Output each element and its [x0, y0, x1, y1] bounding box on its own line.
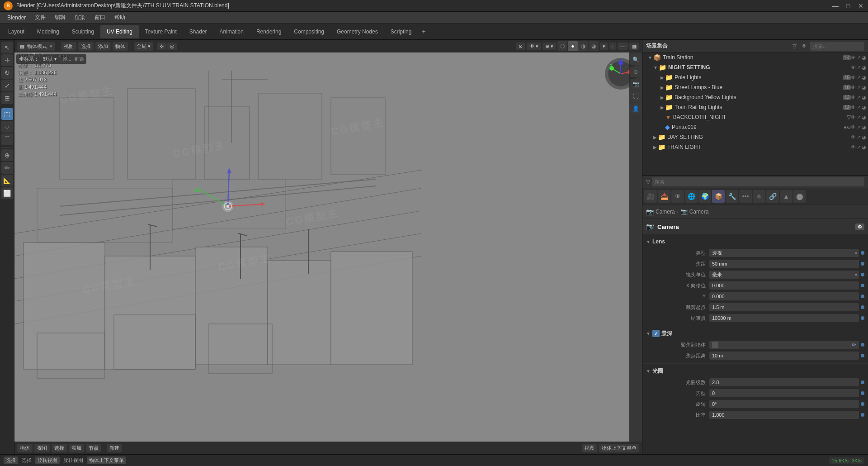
prop-icon-constraints[interactable]: 🔗	[766, 190, 779, 203]
clip-end-dot[interactable]	[861, 316, 864, 320]
tab-sculpting[interactable]: Sculpting	[66, 25, 100, 38]
clip-start-dot[interactable]	[861, 305, 864, 309]
shift-y-value[interactable]: 0.000	[709, 292, 859, 300]
gizmo-toggle[interactable]: ⊕ ▾	[542, 43, 556, 50]
render-icon-ns[interactable]: ◕	[862, 65, 866, 71]
render-icon-bg[interactable]: ◕	[862, 95, 866, 100]
footer-view2[interactable]: 视图	[582, 444, 597, 452]
material-mode[interactable]: ◑	[578, 41, 588, 51]
zoom-out-btn[interactable]: ⊖	[630, 67, 641, 77]
prop-icon-world[interactable]: 🌍	[698, 190, 711, 203]
outliner-item-bg-yellow[interactable]: ▶ 📁 Background Yellow Lights 13 👁 ↗ ◕	[642, 92, 868, 102]
menu-file[interactable]: 文件	[31, 13, 49, 22]
type-dot[interactable]	[861, 251, 864, 255]
wireframe-mode[interactable]: ⬡	[557, 41, 567, 51]
tab-geometry-nodes[interactable]: Geometry Nodes	[330, 25, 384, 38]
focus-obj-picker-icon[interactable]: ✏	[852, 342, 856, 348]
dof-section-header[interactable]: ▼ ✓ 景深	[646, 328, 864, 339]
render-icon[interactable]: ◕	[862, 55, 866, 61]
render-icon-ds[interactable]: ◕	[862, 134, 866, 140]
eye-icon-tr[interactable]: 👁	[851, 105, 856, 110]
select-mode-vert[interactable]: ·	[609, 43, 616, 50]
focus-obj-value[interactable]: ✏	[709, 341, 859, 349]
tab-modeling[interactable]: Modeling	[31, 25, 66, 38]
render-icon-sl[interactable]: ◕	[862, 85, 866, 90]
focus-dist-value[interactable]: 10 m	[709, 352, 859, 360]
tool-lasso-select[interactable]: ⌒	[1, 133, 13, 145]
shading-options[interactable]: ▾	[600, 43, 608, 50]
overlay-toggle[interactable]: 👁 ▾	[527, 43, 541, 50]
focus-dist-dot[interactable]	[861, 354, 864, 357]
outliner-item-night-setting[interactable]: ▼ 📁 NIGHT SETTING 👁 ↗ ◕	[642, 62, 868, 72]
focal-value[interactable]: 50 mm	[709, 260, 859, 268]
eye-icon-pl[interactable]: 👁	[851, 75, 856, 81]
rotation-value[interactable]: 0°	[709, 400, 859, 408]
tab-uv-editing[interactable]: UV Editing	[100, 25, 139, 38]
tab-layout[interactable]: Layout	[2, 25, 31, 38]
tool-cursor[interactable]: ↖	[1, 42, 13, 53]
menu-help[interactable]: 帮助	[111, 13, 129, 22]
prop-icon-material[interactable]: ⬤	[793, 190, 806, 203]
tree-arrow-street[interactable]: ▶	[660, 85, 664, 90]
footer-view[interactable]: 视图	[34, 444, 50, 452]
eye-icon-ns[interactable]: 👁	[851, 65, 856, 71]
menu-render[interactable]: 渲染	[71, 13, 89, 22]
fullscreen-btn[interactable]: ⛶	[630, 91, 641, 102]
tool-add-cube[interactable]: ⬜	[1, 187, 13, 199]
render-icon-bc[interactable]: ◕	[862, 114, 866, 120]
select-icon-pl[interactable]: ↗	[857, 75, 861, 81]
tree-arrow-bg[interactable]: ▶	[660, 95, 664, 100]
coord-dropdown[interactable]: 默认 ▾	[41, 55, 59, 63]
tab-texture-paint[interactable]: Texture Paint	[139, 25, 183, 38]
outliner-item-punto[interactable]: ▶ ◆ Punto.019 ● ⊙ 👁 ↗ ◕	[642, 122, 868, 132]
tab-rendering[interactable]: Rendering	[250, 25, 288, 38]
select-icon-pt[interactable]: ↗	[857, 124, 861, 130]
tree-arrow-pole[interactable]: ▶	[660, 75, 664, 80]
maximize-button[interactable]: □	[844, 2, 852, 10]
footer-select[interactable]: 选择	[52, 444, 67, 452]
fstop-value[interactable]: 2.8	[709, 378, 859, 386]
footer-context[interactable]: 物体上下文菜单	[599, 444, 639, 452]
select-icon[interactable]: ↗	[857, 55, 861, 61]
pivot-btn[interactable]: ⊙	[516, 43, 525, 50]
blades-value[interactable]: 0	[709, 389, 859, 397]
prop-icon-object[interactable]: 📦	[712, 190, 725, 203]
view-camera-btn[interactable]: 📷	[630, 79, 641, 90]
tab-scripting[interactable]: Scripting	[384, 25, 418, 38]
camera-settings-btn[interactable]: ⚙	[855, 223, 864, 230]
footer-node[interactable]: 节点	[86, 444, 101, 452]
render-mode[interactable]: ◕	[589, 41, 599, 51]
ratio-dot[interactable]	[861, 413, 864, 417]
tool-rotate[interactable]: ↻	[1, 67, 13, 79]
eye-icon-sl[interactable]: 👁	[851, 85, 856, 90]
outliner-item-pole-lights[interactable]: ▶ 📁 Pole Lights 15 👁 ↗ ◕	[642, 72, 868, 82]
select-icon-bc[interactable]: ↗	[857, 114, 861, 120]
outliner-item-day-setting[interactable]: ▶ 📁 DAY SETTING 👁 ↗ ◕	[642, 132, 868, 142]
prop-icon-render[interactable]: 🎥	[644, 190, 657, 203]
tree-arrow-day[interactable]: ▶	[653, 135, 657, 140]
object-mode-selector[interactable]: ▦ 物体模式 ▾	[17, 42, 55, 51]
ratio-value[interactable]: 1.000	[709, 411, 859, 419]
eye-icon-bg[interactable]: 👁	[851, 95, 856, 100]
type-value[interactable]: 透视	[709, 249, 859, 257]
tree-arrow-train-station[interactable]: ▼	[648, 55, 652, 60]
prop-icon-physics[interactable]: ⚛	[753, 190, 765, 203]
tool-annotate[interactable]: ✏	[1, 162, 13, 174]
select-icon-bg[interactable]: ↗	[857, 95, 861, 100]
properties-search-input[interactable]	[652, 177, 864, 186]
outliner-item-train-station[interactable]: ▼ 📦 Train Station 1K 👁 ↗ ◕	[642, 52, 868, 62]
prop-icon-particles[interactable]: •••	[739, 190, 752, 203]
render-icon-tr[interactable]: ◕	[862, 105, 866, 110]
menu-window[interactable]: 窗口	[91, 13, 109, 22]
menu-blender[interactable]: Blender	[4, 14, 29, 22]
tool-move[interactable]: ✛	[1, 54, 13, 66]
eye-icon-pt[interactable]: 👁	[851, 124, 856, 130]
solid-mode[interactable]: ●	[568, 41, 578, 51]
scene-canvas[interactable]: CG模型主 CG模型主 CG模型主 CG模型主 CG模型主 CG模型主	[14, 52, 628, 442]
footer-new[interactable]: 新建	[107, 444, 122, 452]
footer-object[interactable]: 物体	[17, 444, 33, 452]
global-selector[interactable]: 全局 ▾	[134, 42, 153, 51]
tab-compositing[interactable]: Compositing	[288, 25, 330, 38]
select-icon-tr[interactable]: ↗	[857, 105, 861, 110]
shift-x-value[interactable]: 0.000	[709, 281, 859, 290]
